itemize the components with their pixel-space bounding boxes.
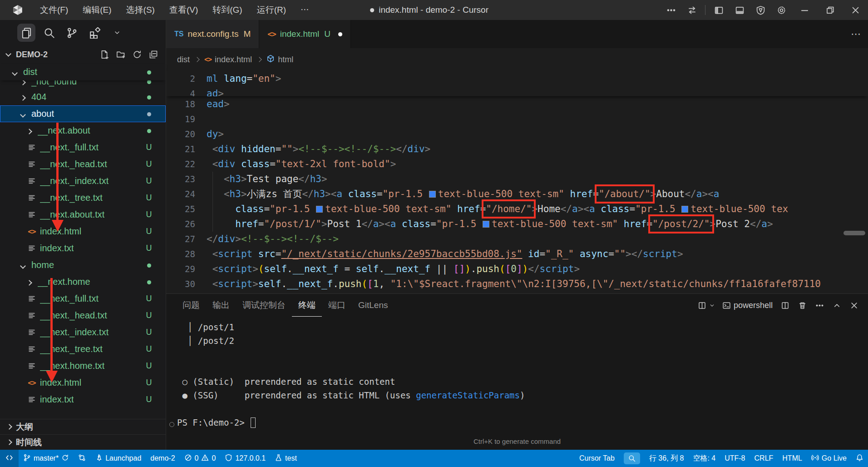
color-swatch-icon[interactable]	[483, 221, 489, 228]
status-gitlens-compare[interactable]	[74, 450, 90, 467]
tree-item--next-tree-txt[interactable]: __next._tree.txtU	[0, 189, 166, 206]
panel-tab-端口[interactable]: 端口	[322, 294, 352, 317]
panel-tab-终端[interactable]: 终端	[292, 294, 322, 317]
status-live-server-host[interactable]: 127.0.0.1	[220, 450, 270, 467]
tree-item--next-home-txt[interactable]: __next.home.txtU	[0, 358, 166, 374]
new-folder-icon[interactable]	[115, 49, 127, 60]
tree-item-404[interactable]: 404	[0, 89, 166, 105]
restore-icon[interactable]	[817, 0, 843, 20]
tree-item--next-home[interactable]: __next.home	[0, 273, 166, 290]
code-editor[interactable]: 18ead>1920dy>21 <div hidden=""><!--$--><…	[166, 71, 868, 293]
menu-item-3[interactable]: 查看(V)	[163, 3, 204, 17]
project-root-label[interactable]: DEMO-2	[16, 50, 48, 60]
chevron-down-icon[interactable]	[5, 51, 11, 57]
terminal[interactable]: │ /post/1 │ /post/2 ○ (Static) prerender…	[166, 317, 868, 450]
breadcrumb-item-html[interactable]: html	[266, 55, 293, 65]
tree-item-index-txt[interactable]: index.txtU	[0, 391, 166, 408]
new-file-icon[interactable]	[99, 49, 110, 60]
color-swatch-icon[interactable]	[429, 191, 436, 198]
breadcrumb-item-index.html[interactable]: <>index.html	[204, 55, 252, 65]
unsaved-dot-icon[interactable]	[338, 32, 342, 36]
status-problems[interactable]: 00	[180, 450, 221, 467]
menu-item-5[interactable]: 运行(R)	[251, 3, 292, 17]
panel-left-icon[interactable]	[708, 0, 729, 20]
code-link[interactable]: "/_next/static/chunks/2e957baccb55bd08.j…	[281, 248, 522, 259]
status-cursor-tab[interactable]: Cursor Tab	[575, 450, 619, 467]
tree-item-index-html[interactable]: <>index.htmlU	[0, 374, 166, 391]
panel-tab-GitLens[interactable]: GitLens	[352, 294, 394, 317]
status-git-branch[interactable]: master*	[19, 450, 74, 467]
tree-item-index-html[interactable]: <>index.htmlU	[0, 223, 166, 240]
panel-bottom-icon[interactable]	[729, 0, 750, 20]
panel-more-icon[interactable]	[812, 298, 827, 313]
tab-next-config-ts[interactable]: TSnext.config.tsM	[166, 20, 259, 48]
problems-label: 0	[195, 454, 199, 462]
tree-item-dist[interactable]: dist	[0, 64, 166, 80]
status-encoding[interactable]: UTF-8	[720, 450, 750, 467]
status-cursor-position[interactable]: 行 36, 列 8	[645, 450, 688, 467]
tree-item-about[interactable]: about	[0, 105, 166, 122]
activity-source-control-icon[interactable]	[63, 24, 81, 42]
refresh-icon[interactable]	[131, 49, 143, 60]
command-decoration-icon[interactable]	[169, 422, 174, 427]
layout-switch-icon[interactable]	[681, 0, 702, 20]
activity-explorer-icon[interactable]	[17, 24, 35, 42]
menu-item-0[interactable]: 文件(F)	[34, 3, 74, 17]
tree-item-home[interactable]: home	[0, 257, 166, 273]
tree-item--not-found[interactable]: _not_found	[0, 80, 166, 89]
status-test-item[interactable]: test	[270, 450, 301, 467]
settings-gear-icon[interactable]	[771, 0, 792, 20]
status-project-name[interactable]: demo-2	[146, 450, 179, 467]
panel-tab-问题[interactable]: 问题	[176, 294, 206, 317]
editor-actions-more-icon[interactable]: ⋯	[851, 20, 861, 48]
close-panel-icon[interactable]	[846, 298, 862, 313]
activity-more-views-icon[interactable]	[108, 24, 126, 42]
horizontal-scrollbar[interactable]	[843, 231, 865, 235]
menu-item-1[interactable]: 编辑(E)	[76, 3, 118, 17]
sidebar-section-时间线[interactable]: 时间线	[0, 434, 166, 450]
status-language-mode[interactable]: HTML	[778, 450, 807, 467]
tree-item--next-index-txt[interactable]: __next._index.txtU	[0, 173, 166, 189]
menu-overflow[interactable]: ⋯	[294, 3, 316, 17]
status-indentation[interactable]: 空格: 4	[688, 450, 720, 467]
text-file-icon	[27, 345, 36, 353]
split-terminal-icon[interactable]	[777, 298, 793, 313]
color-swatch-icon[interactable]	[316, 206, 323, 213]
breadcrumb-item-dist[interactable]: dist	[177, 55, 190, 65]
terminal-profile-powershell[interactable]: powershell	[720, 298, 775, 313]
close-icon[interactable]	[843, 0, 868, 20]
activity-extensions-icon[interactable]	[85, 24, 104, 42]
tree-item--next-full-txt[interactable]: __next._full.txtU	[0, 139, 166, 156]
tree-item--next-about[interactable]: __next.about	[0, 122, 166, 139]
status-notifications[interactable]	[851, 450, 868, 467]
tree-item--next-full-txt[interactable]: __next._full.txtU	[0, 290, 166, 307]
status-eol[interactable]: CRLF	[750, 450, 778, 467]
status-zoom-button[interactable]	[619, 450, 645, 467]
maximize-panel-icon[interactable]	[829, 298, 844, 313]
kill-terminal-icon[interactable]	[794, 298, 810, 313]
tree-item--next-tree-txt[interactable]: __next._tree.txtU	[0, 341, 166, 358]
tree-item-index-txt[interactable]: index.txtU	[0, 240, 166, 257]
activity-search-icon[interactable]	[40, 24, 58, 42]
status-launchpad[interactable]: Launchpad	[90, 450, 146, 467]
minimize-icon[interactable]	[792, 0, 817, 20]
menu-item-4[interactable]: 转到(G)	[206, 3, 248, 17]
tree-item--next-head-txt[interactable]: __next._head.txtU	[0, 307, 166, 324]
status-go-live[interactable]: Go Live	[807, 450, 851, 467]
panel-tab-输出[interactable]: 输出	[206, 294, 236, 317]
privacy-shield-icon[interactable]	[750, 0, 771, 20]
tree-item--next-index-txt[interactable]: __next._index.txtU	[0, 324, 166, 341]
status-remote-indicator[interactable]	[0, 450, 19, 467]
tree-item--next-head-txt[interactable]: __next._head.txtU	[0, 156, 166, 173]
panel-tab-调试控制台[interactable]: 调试控制台	[236, 294, 292, 317]
launch-profile-icon[interactable]	[695, 298, 718, 313]
sidebar-section-大纲[interactable]: 大纲	[0, 419, 166, 434]
collapse-all-icon[interactable]	[148, 49, 159, 60]
more-icon[interactable]	[661, 0, 681, 20]
tab-index-html[interactable]: <>index.htmlU	[259, 20, 351, 48]
git-status-untracked: U	[143, 243, 154, 253]
terminal-link[interactable]: generateStaticParams	[416, 390, 520, 400]
color-swatch-icon[interactable]	[681, 206, 688, 213]
tree-item--next-about-txt[interactable]: __next.about.txtU	[0, 206, 166, 223]
menu-item-2[interactable]: 选择(S)	[120, 3, 161, 17]
